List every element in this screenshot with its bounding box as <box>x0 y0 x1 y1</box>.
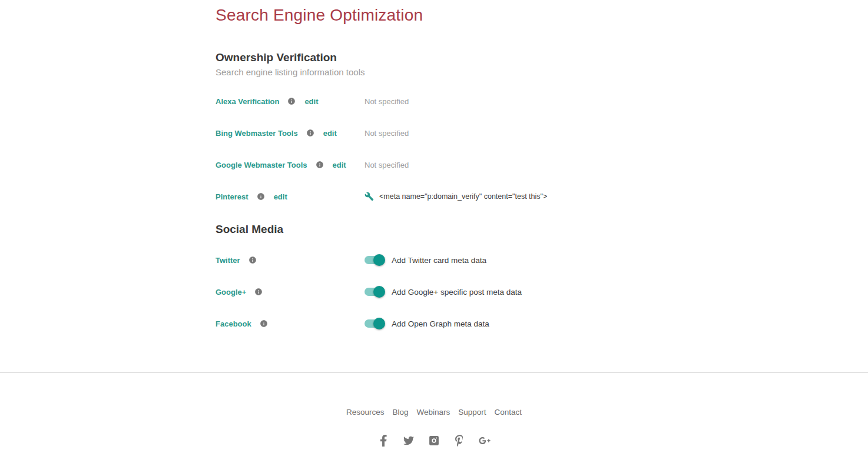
twitter-toggle[interactable] <box>365 256 384 264</box>
page-title: Search Engine Optimization <box>216 5 868 26</box>
wrench-icon <box>365 192 374 201</box>
footer-links: Resources Blog Webinars Support Contact <box>346 408 522 417</box>
info-icon[interactable] <box>287 97 296 105</box>
info-icon[interactable] <box>306 129 314 137</box>
footer-link-contact[interactable]: Contact <box>495 408 522 417</box>
info-icon[interactable] <box>260 319 268 328</box>
google-edit-link[interactable]: edit <box>333 161 346 169</box>
row-google-plus: Google+ Add Google+ specific post meta d… <box>216 284 868 299</box>
social-media-rows: Twitter Add Twitter card meta data Googl… <box>216 252 868 331</box>
facebook-icon[interactable] <box>377 434 389 447</box>
row-alexa-verification: Alexa Verification edit Not specified <box>216 95 868 107</box>
pinterest-edit-link[interactable]: edit <box>274 192 287 201</box>
info-icon[interactable] <box>249 256 257 264</box>
facebook-toggle-label: Add Open Graph meta data <box>392 319 489 328</box>
footer: Resources Blog Webinars Support Contact <box>0 372 868 447</box>
twitter-toggle-label: Add Twitter card meta data <box>392 256 486 265</box>
pinterest-meta-value: <meta name="p:domain_verify" content="te… <box>379 192 547 201</box>
google-plus-toggle-label: Add Google+ specific post meta data <box>392 288 522 297</box>
alexa-edit-link[interactable]: edit <box>304 97 318 106</box>
row-twitter: Twitter Add Twitter card meta data <box>216 252 868 268</box>
bing-value: Not specified <box>365 129 409 138</box>
instagram-icon[interactable] <box>428 434 440 447</box>
google-plus-label: Google+ <box>216 288 246 297</box>
bing-edit-link[interactable]: edit <box>323 129 337 138</box>
pinterest-label: Pinterest <box>216 192 249 201</box>
ownership-section-subheading: Search engine listing information tools <box>216 66 868 78</box>
alexa-verification-label: Alexa Verification <box>216 97 279 106</box>
row-pinterest: Pinterest edit <meta name="p:domain_veri… <box>216 191 868 202</box>
footer-social-icons <box>377 434 491 447</box>
row-bing-webmaster: Bing Webmaster Tools edit Not specified <box>216 127 868 139</box>
row-facebook: Facebook Add Open Graph meta data <box>216 316 868 331</box>
footer-link-support[interactable]: Support <box>458 408 486 417</box>
footer-link-blog[interactable]: Blog <box>392 408 408 417</box>
main-content: Search Engine Optimization Ownership Ver… <box>0 0 868 372</box>
footer-link-resources[interactable]: Resources <box>346 408 385 417</box>
row-google-webmaster: Google Webmaster Tools edit Not specifie… <box>216 159 868 171</box>
google-value: Not specified <box>365 161 409 169</box>
google-webmaster-label: Google Webmaster Tools <box>216 161 307 169</box>
google-plus-icon[interactable] <box>479 434 491 447</box>
info-icon[interactable] <box>254 288 263 296</box>
info-icon[interactable] <box>316 161 324 169</box>
google-plus-toggle[interactable] <box>365 288 384 296</box>
footer-link-webinars[interactable]: Webinars <box>416 408 450 417</box>
twitter-label: Twitter <box>216 256 240 265</box>
pinterest-icon[interactable] <box>453 434 465 447</box>
facebook-label: Facebook <box>216 319 251 328</box>
facebook-toggle[interactable] <box>365 319 384 328</box>
alexa-value: Not specified <box>365 97 409 106</box>
twitter-icon[interactable] <box>403 434 415 447</box>
ownership-rows: Alexa Verification edit Not specified Bi… <box>216 95 868 202</box>
ownership-section-heading: Ownership Verification <box>216 51 868 65</box>
info-icon[interactable] <box>257 192 265 201</box>
bing-webmaster-label: Bing Webmaster Tools <box>216 129 298 138</box>
social-media-section-heading: Social Media <box>216 222 868 237</box>
